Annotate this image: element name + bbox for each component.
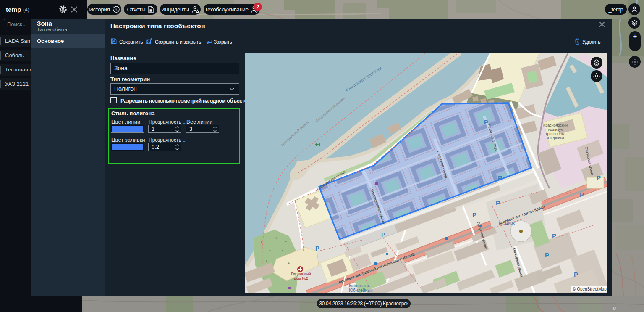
svg-text:и сервиса: и сервиса <box>547 136 564 140</box>
svg-text:Родильный: Родильный <box>291 272 311 276</box>
svg-text:Кинотеатр: Кинотеатр <box>349 283 369 288</box>
svg-text:транспорта: транспорта <box>545 132 565 136</box>
svg-text:P: P <box>315 245 319 252</box>
svg-text:P: P <box>552 232 556 239</box>
svg-text:дом №2: дом №2 <box>294 276 308 280</box>
svg-text:© OpenStreetMap: © OpenStreetMap <box>573 287 607 291</box>
svg-text:P: P <box>545 251 549 259</box>
svg-text:техникум: техникум <box>547 127 563 132</box>
svg-text:P: P <box>381 231 385 238</box>
svg-text:P: P <box>580 191 584 198</box>
svg-text:P: P <box>472 211 476 218</box>
svg-text:Красноярский: Красноярский <box>543 123 568 127</box>
svg-text:P: P <box>498 174 502 181</box>
svg-text:P: P <box>496 199 500 206</box>
svg-text:Юбилейный: Юбилейный <box>349 288 373 293</box>
svg-text:P: P <box>597 174 601 181</box>
svg-text:P: P <box>574 271 578 278</box>
svg-text:Цирк: Цирк <box>505 221 515 225</box>
